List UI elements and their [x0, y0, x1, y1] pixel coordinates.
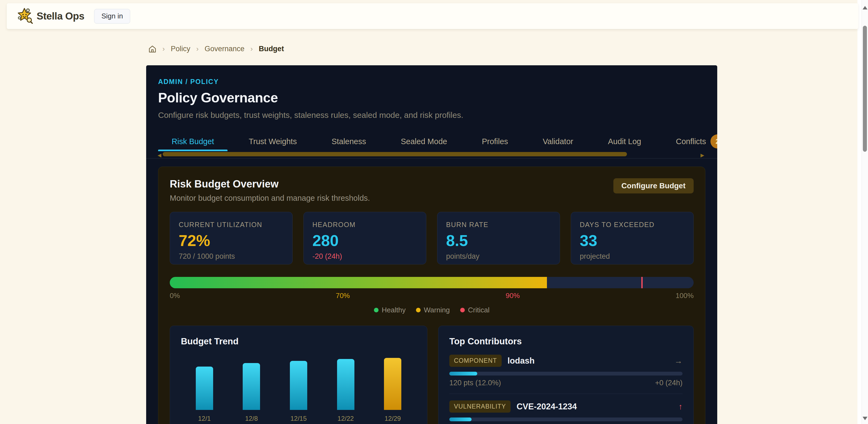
critical-dot-icon	[460, 308, 465, 313]
breadcrumb: › Policy › Governance › Budget	[148, 45, 284, 53]
tab-sealed-mode[interactable]: Sealed Mode	[387, 132, 461, 151]
contributor-row-lodash[interactable]: COMPONENT lodash → 120 pts (12.0%) +0 (2…	[449, 355, 683, 387]
budget-trend-title: Budget Trend	[181, 336, 416, 347]
breadcrumb-current: Budget	[259, 45, 284, 53]
sign-in-button[interactable]: Sign in	[94, 9, 130, 24]
tab-scrollbar[interactable]: ◀ ▶	[158, 152, 705, 158]
overview-title: Risk Budget Overview	[170, 178, 370, 190]
type-badge: VULNERABILITY	[449, 400, 510, 413]
tab-divider	[146, 158, 717, 159]
trend-bar	[290, 361, 307, 410]
page-subtitle: Configure risk budgets, trust weights, s…	[158, 110, 705, 120]
utilization-progress-bar	[170, 277, 694, 288]
top-contributors-card: Top Contributors COMPONENT lodash →	[438, 326, 694, 424]
critical-threshold-marker	[641, 277, 643, 288]
tab-conflicts[interactable]: Conflicts 2	[662, 132, 717, 151]
conflicts-count-badge: 2	[710, 134, 717, 149]
trend-bar	[243, 363, 260, 410]
tab-trust-weights[interactable]: Trust Weights	[235, 132, 310, 151]
contributor-row-cve[interactable]: VULNERABILITY CVE-2024-1234 ↑ 95 pts (9.…	[449, 400, 683, 424]
configure-budget-button[interactable]: Configure Budget	[613, 178, 694, 193]
section-eyebrow: ADMIN / POLICY	[158, 78, 705, 86]
warning-dot-icon	[416, 308, 421, 313]
tab-audit-log[interactable]: Audit Log	[594, 132, 655, 151]
brand: Stella Ops	[16, 8, 84, 25]
page-scrollbar-thumb[interactable]	[863, 26, 867, 152]
contributor-progress	[449, 372, 683, 376]
type-badge: COMPONENT	[449, 355, 502, 367]
brand-name: Stella Ops	[37, 10, 84, 22]
scroll-up-icon[interactable]	[863, 6, 867, 9]
metric-burn-rate: BURN RATE 8.5 points/day	[437, 212, 560, 264]
risk-budget-overview-card: Risk Budget Overview Monitor budget cons…	[158, 167, 705, 424]
trend-bar-current	[384, 358, 401, 410]
policy-governance-panel: ADMIN / POLICY Policy Governance Configu…	[146, 65, 717, 424]
tab-validator[interactable]: Validator	[529, 132, 587, 151]
top-contributors-title: Top Contributors	[449, 336, 683, 347]
scrollbar-gutter	[858, 0, 862, 424]
threshold-labels: 0% 70% 90% 100%	[170, 292, 694, 300]
page-title: Policy Governance	[158, 90, 705, 106]
budget-trend-chart: 12/1 12/8 12/15 12/22 12/29	[181, 357, 416, 422]
arrow-right-icon: →	[674, 356, 683, 365]
page-scrollbar[interactable]	[862, 0, 868, 424]
breadcrumb-policy[interactable]: Policy	[171, 45, 190, 53]
trend-bar	[196, 366, 213, 410]
tab-scrollbar-thumb[interactable]	[163, 152, 627, 156]
page: Stella Ops Sign in › Policy › Governance…	[0, 0, 868, 424]
chevron-right-icon: ›	[250, 45, 253, 53]
budget-trend-card: Budget Trend 12/1 12/8 12/15 12/22 12/29	[170, 326, 427, 424]
metric-cards: CURRENT UTILIZATION 72% 720 / 1000 point…	[170, 212, 694, 264]
arrow-up-icon: ↑	[678, 402, 683, 411]
scroll-down-icon[interactable]	[863, 417, 867, 420]
contributor-progress	[449, 418, 683, 421]
scroll-left-icon[interactable]: ◀	[158, 152, 161, 158]
app-header: Stella Ops Sign in	[7, 3, 858, 29]
tab-bar: Risk Budget Trust Weights Staleness Seal…	[158, 132, 705, 151]
trend-bar	[337, 359, 354, 410]
home-icon[interactable]	[148, 45, 156, 53]
tab-profiles[interactable]: Profiles	[468, 132, 522, 151]
metric-headroom: HEADROOM 280 -20 (24h)	[304, 212, 426, 264]
breadcrumb-governance[interactable]: Governance	[205, 45, 244, 53]
chevron-right-icon: ›	[162, 45, 165, 53]
tab-risk-budget[interactable]: Risk Budget	[158, 132, 227, 151]
utilization-progress-fill	[170, 277, 547, 288]
metric-days-to-exceeded: DAYS TO EXCEEDED 33 projected	[571, 212, 694, 264]
overview-subtitle: Monitor budget consumption and manage ri…	[170, 194, 370, 203]
chevron-right-icon: ›	[196, 45, 199, 53]
scroll-right-icon[interactable]: ▶	[701, 152, 704, 158]
healthy-dot-icon	[374, 308, 378, 313]
divider	[449, 394, 683, 394]
tab-staleness[interactable]: Staleness	[318, 132, 380, 151]
metric-current-utilization: CURRENT UTILIZATION 72% 720 / 1000 point…	[170, 212, 292, 264]
status-legend: Healthy Warning Critical	[170, 306, 694, 314]
stella-ops-logo-icon	[16, 8, 33, 25]
